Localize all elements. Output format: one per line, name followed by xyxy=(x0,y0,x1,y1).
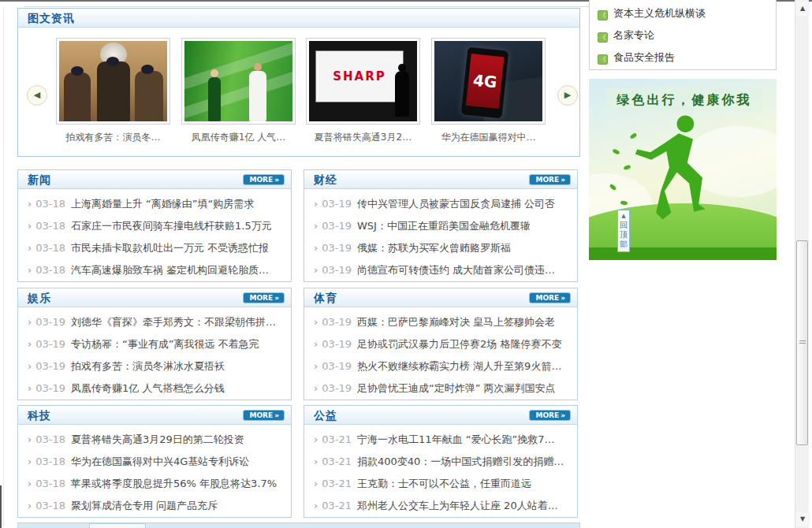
news-headline[interactable]: 专访杨幂：“事业有成”离我很远 不着急完 xyxy=(71,338,259,350)
photo-caption[interactable]: 华为在德国赢得对中… xyxy=(431,131,546,144)
scroll-down-button[interactable]: ▼ xyxy=(795,512,810,526)
news-item[interactable]: ›03-18市民未插卡取款机吐出一万元 不受诱惑忙报 xyxy=(18,237,291,259)
sidebar-link-label[interactable]: 资本主义危机纵横谈 xyxy=(613,7,706,19)
news-item[interactable]: ›03-19足协或罚武汉暴力后卫停赛2场 格隆停赛不变 xyxy=(304,333,577,355)
news-headline[interactable]: 尚德宣布可转债违约 成大陆首家公司债违… xyxy=(357,264,555,276)
news-item[interactable]: ›03-19拍戏有多苦：演员冬淋冰水夏捂袄 xyxy=(18,355,291,377)
news-headline[interactable]: 拍戏有多苦：演员冬淋冰水夏捂袄 xyxy=(71,360,225,372)
news-item[interactable]: ›03-18汽车高速爆胎致车祸 鉴定机构回避轮胎质… xyxy=(18,259,291,281)
news-item[interactable]: ›03-19尚德宣布可转债违约 成大陆首家公司债违… xyxy=(304,259,577,281)
news-headline[interactable]: 俄媒：苏联为买军火曾贿赂罗斯福 xyxy=(357,242,511,254)
news-headline[interactable]: 刘德华《盲探》牵手郑秀文：不跟梁朝伟拼… xyxy=(71,316,276,328)
photo-thumbnail-stage-singers[interactable] xyxy=(181,38,296,125)
news-item[interactable]: ›03-19WSJ：中国正在重蹈美国金融危机覆辙 xyxy=(304,215,577,237)
news-headline[interactable]: 市民未插卡取款机吐出一万元 不受诱惑忙报 xyxy=(71,242,269,254)
news-headline[interactable]: 西媒：巴萨巴黎巅峰对决 皇马上签穆帅会老 xyxy=(357,316,555,328)
news-headline[interactable]: 上海离婚量上升 “离婚缘由”填“购房需求 xyxy=(71,198,254,210)
news-date: 03-19 xyxy=(322,338,352,350)
back-to-top-button[interactable]: ▲ 回顶部 xyxy=(617,210,630,252)
news-item[interactable]: ›03-19俄媒：苏联为买军火曾贿赂罗斯福 xyxy=(304,237,577,259)
more-button[interactable]: MORE» xyxy=(529,174,571,185)
bullet-icon: › xyxy=(314,198,318,210)
news-item[interactable]: ›03-19专访杨幂：“事业有成”离我很远 不着急完 xyxy=(18,333,291,355)
sidebar-topics-box: 《资本主义危机纵横谈 《名家专论 《食品安全报告 xyxy=(589,0,777,70)
chevron-right-icon: » xyxy=(561,411,565,419)
news-headline[interactable]: 聚划算成清仓专用 问题产品充斥 xyxy=(71,500,218,511)
news-headline[interactable]: 石家庄一市民夜间骑车撞电线杆获赔1.5万元 xyxy=(71,220,272,232)
window-left-border xyxy=(0,485,2,528)
carousel-prev-button[interactable]: ◀ xyxy=(27,85,47,106)
news-item[interactable]: ›03-19热火不败继续称霸实力榜 湖人升至第9火箭… xyxy=(304,355,577,377)
section-title: 娱乐 xyxy=(28,292,51,306)
news-list: ›03-18夏普将错失高通3月29日的第二轮投资 ›03-18华为在德国赢得对中… xyxy=(18,425,291,517)
more-label: MORE xyxy=(249,294,273,302)
sidebar-link-capitalism-crisis[interactable]: 《资本主义危机纵横谈 xyxy=(598,2,776,24)
news-headline[interactable]: 足协或罚武汉暴力后卫停赛2场 格隆停赛不变 xyxy=(357,338,561,350)
more-button[interactable]: MORE» xyxy=(243,410,285,421)
news-item[interactable]: ›03-18聚划算成清仓专用 问题产品充斥 xyxy=(18,495,291,517)
news-item[interactable]: ›03-19凤凰传奇赚1亿 人气搭档怎么分钱 xyxy=(18,377,291,400)
news-item[interactable]: ›03-18华为在德国赢得对中兴4G基站专利诉讼 xyxy=(18,451,291,473)
stage-singers-image xyxy=(184,41,292,121)
book-icon: 《 xyxy=(598,10,608,20)
scrollbar-thumb[interactable] xyxy=(796,240,808,445)
news-item[interactable]: ›03-18石家庄一市民夜间骑车撞电线杆获赔1.5万元 xyxy=(18,215,291,237)
section-header: 公益 MORE» xyxy=(304,406,577,425)
sidebar-link-label[interactable]: 名家专论 xyxy=(613,29,654,41)
more-button[interactable]: MORE» xyxy=(243,292,285,303)
news-item[interactable]: ›03-21郑州老人公交车上为年轻人让座 20人站着… xyxy=(304,495,577,517)
news-date: 03-19 xyxy=(322,382,352,394)
news-headline[interactable]: WSJ：中国正在重蹈美国金融危机覆辙 xyxy=(357,220,531,232)
news-item[interactable]: ›03-18苹果或将季度股息提升56% 年股息将达3.7% xyxy=(18,473,291,495)
photo-caption[interactable]: 拍戏有多苦：演员冬… xyxy=(56,131,170,144)
scroll-up-button[interactable]: ▲ xyxy=(795,2,810,16)
news-headline[interactable]: 热火不败继续称霸实力榜 湖人升至第9火箭… xyxy=(357,360,561,372)
news-item[interactable]: ›03-21王克勤：士不可以不公益，任重而道远 xyxy=(304,473,577,495)
news-item[interactable]: ›03-18上海离婚量上升 “离婚缘由”填“购房需求 xyxy=(18,193,291,215)
bullet-icon: › xyxy=(28,382,32,394)
news-item[interactable]: ›03-19足协曾忧王迪成“定时炸弹” 两次漏判国安点 xyxy=(304,377,577,400)
news-headline[interactable]: 郑州老人公交车上为年轻人让座 20人站着… xyxy=(357,500,558,511)
news-item[interactable]: ›03-18夏普将错失高通3月29日的第二轮投资 xyxy=(18,429,291,451)
photo-news-panel: 图文资讯 ◀ ▶ 拍戏有多苦：演员冬… xyxy=(17,8,580,157)
news-headline[interactable]: 足协曾忧王迪成“定时炸弹” 两次漏判国安点 xyxy=(357,382,556,394)
news-item[interactable]: ›03-19西媒：巴萨巴黎巅峰对决 皇马上签穆帅会老 xyxy=(304,311,577,333)
arrow-down-icon: ▼ xyxy=(800,515,805,522)
news-date: 03-18 xyxy=(35,500,65,511)
display-screen: SHARP xyxy=(315,50,404,102)
news-headline[interactable]: 王克勤：士不可以不公益，任重而道远 xyxy=(357,478,531,489)
news-headline[interactable]: 捐款400变40：一场中国式捐赠引发的捐赠… xyxy=(357,455,564,467)
bullet-icon: › xyxy=(28,433,32,445)
phone-screen: 4G xyxy=(466,54,505,109)
news-headline[interactable]: 宁海一水电工11年献血 “爱心长跑”挽救7… xyxy=(357,433,554,445)
news-headline[interactable]: 华为在德国赢得对中兴4G基站专利诉讼 xyxy=(71,455,249,467)
news-headline[interactable]: 传中兴管理人员被蒙古国反贪局逮捕 公司否 xyxy=(357,198,555,210)
news-item[interactable]: ›03-21捐款400变40：一场中国式捐赠引发的捐赠… xyxy=(304,451,577,473)
more-button[interactable]: MORE» xyxy=(243,174,285,185)
photo-thumbnail-sharp[interactable]: SHARP xyxy=(306,38,420,125)
vertical-scrollbar[interactable]: ▲ ▼ xyxy=(795,0,809,528)
news-headline[interactable]: 苹果或将季度股息提升56% 年股息将达3.7% xyxy=(71,478,277,489)
more-button[interactable]: MORE» xyxy=(529,410,571,421)
news-headline[interactable]: 凤凰传奇赚1亿 人气搭档怎么分钱 xyxy=(71,382,224,394)
more-button[interactable]: MORE» xyxy=(529,292,571,303)
bullet-icon: › xyxy=(314,316,318,328)
sidebar-link-food-safety[interactable]: 《食品安全报告 xyxy=(598,46,776,69)
news-date: 03-21 xyxy=(322,455,352,467)
bullet-icon: › xyxy=(314,264,318,276)
news-item[interactable]: ›03-19传中兴管理人员被蒙古国反贪局逮捕 公司否 xyxy=(304,193,577,215)
arrow-up-icon: ▲ xyxy=(800,5,805,12)
photo-thumbnail-4g-phone[interactable]: 4G xyxy=(431,38,546,125)
news-item[interactable]: ›03-19刘德华《盲探》牵手郑秀文：不跟梁朝伟拼… xyxy=(18,311,291,333)
photo-thumbnail-costume-drama[interactable] xyxy=(56,38,170,125)
photo-caption[interactable]: 夏普将错失高通3月2… xyxy=(306,131,420,144)
section-header: 财经 MORE» xyxy=(304,170,577,189)
sidebar-link-expert-columns[interactable]: 《名家专论 xyxy=(598,24,776,46)
arrow-left-icon: ◀ xyxy=(34,90,40,100)
carousel-next-button[interactable]: ▶ xyxy=(557,85,578,106)
photo-caption[interactable]: 凤凰传奇赚1亿 人气… xyxy=(181,131,296,144)
news-headline[interactable]: 汽车高速爆胎致车祸 鉴定机构回避轮胎质… xyxy=(71,264,269,276)
news-headline[interactable]: 夏普将错失高通3月29日的第二轮投资 xyxy=(71,433,244,445)
news-item[interactable]: ›03-21宁海一水电工11年献血 “爱心长跑”挽救7… xyxy=(304,429,577,451)
sidebar-link-label[interactable]: 食品安全报告 xyxy=(613,51,675,63)
